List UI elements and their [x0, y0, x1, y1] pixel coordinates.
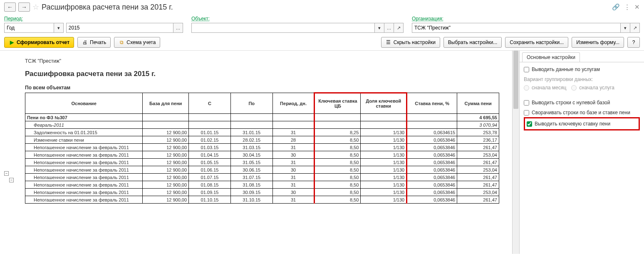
report-subtitle: По всем объектам [25, 85, 512, 91]
page-title: Расшифровка расчета пени за 2015 г. [42, 3, 173, 12]
org-input[interactable] [412, 23, 621, 33]
opt-zero-base[interactable]: Выводить строки с нулевой базой [524, 100, 640, 106]
col-key-frac: Доля ключевой ставки [361, 93, 407, 114]
period-type-dropdown-button[interactable]: ▾ [54, 23, 64, 33]
help-button[interactable]: ? [627, 37, 640, 48]
col-pct: Ставка пени, % [407, 93, 457, 114]
object-label: Объект: [191, 16, 404, 22]
close-icon[interactable]: ✕ [634, 3, 640, 11]
tree-icon: ⧉ [119, 39, 124, 45]
report-org: ТСЖ "Престиж" [25, 58, 512, 64]
nav-back-button[interactable]: ← [4, 2, 16, 12]
nav-forward-button[interactable]: → [18, 2, 30, 12]
object-input[interactable] [191, 23, 375, 33]
org-label: Организация: [412, 16, 640, 22]
col-to: По [230, 93, 272, 114]
opt-by-services[interactable]: Выводить данные по услугам [524, 66, 640, 72]
group-label: Вариант группировки данных: [524, 76, 640, 82]
play-icon: ▶ [9, 39, 15, 45]
save-settings-button[interactable]: Сохранить настройки... [505, 37, 568, 48]
opt-collapse[interactable]: Сворачивать строки по базе и ставке пени [524, 110, 640, 116]
col-basis: Основание [25, 93, 143, 114]
print-button[interactable]: 🖨Печать [77, 37, 111, 48]
object-dropdown-button[interactable]: ▾ [374, 23, 384, 33]
edit-form-button[interactable]: Изменить форму... [572, 37, 624, 48]
col-sum: Сумма пени [457, 93, 499, 114]
period-type-select[interactable] [4, 23, 54, 33]
vertical-scrollbar[interactable] [512, 51, 519, 254]
col-from: С [189, 93, 231, 114]
report-title: Расшифровка расчета пени за 2015 г. [25, 70, 512, 78]
object-picker-button[interactable]: … [384, 23, 394, 33]
col-base: База для пени [143, 93, 189, 114]
tree-collapse-button[interactable]: − [4, 171, 9, 176]
radio-service-first: сначала услуга [571, 85, 614, 91]
col-days: Период, дн. [272, 93, 315, 114]
period-label: Период: [4, 16, 183, 22]
col-key-rate: Ключевая ставка ЦБ [315, 93, 361, 114]
link-icon[interactable]: 🔗 [612, 3, 620, 11]
report-table: Основание База для пени С По Период, дн.… [25, 92, 499, 204]
radio-month-first: сначала месяц [524, 85, 566, 91]
tab-main-settings[interactable]: Основные настройки [522, 52, 580, 62]
list-icon: ☰ [386, 39, 391, 45]
scheme-button[interactable]: ⧉Схема учета [114, 37, 160, 48]
printer-icon: 🖨 [82, 39, 88, 45]
generate-report-button[interactable]: ▶Сформировать отчет [4, 37, 74, 48]
period-year-input[interactable] [66, 23, 173, 33]
more-icon[interactable]: ⋮ [624, 3, 630, 11]
favorite-icon[interactable]: ☆ [32, 2, 39, 12]
choose-settings-button[interactable]: Выбрать настройки... [443, 37, 502, 48]
hide-settings-button[interactable]: ☰Скрыть настройки [381, 37, 440, 48]
org-open-button[interactable]: ↗ [630, 23, 640, 33]
tree-collapse-button[interactable]: − [9, 178, 14, 182]
opt-key-rate[interactable]: Выводить ключевую ставку пени [527, 121, 637, 127]
org-dropdown-button[interactable]: ▾ [620, 23, 630, 33]
period-picker-button[interactable]: … [173, 23, 183, 33]
object-open-button[interactable]: ↗ [394, 23, 404, 33]
